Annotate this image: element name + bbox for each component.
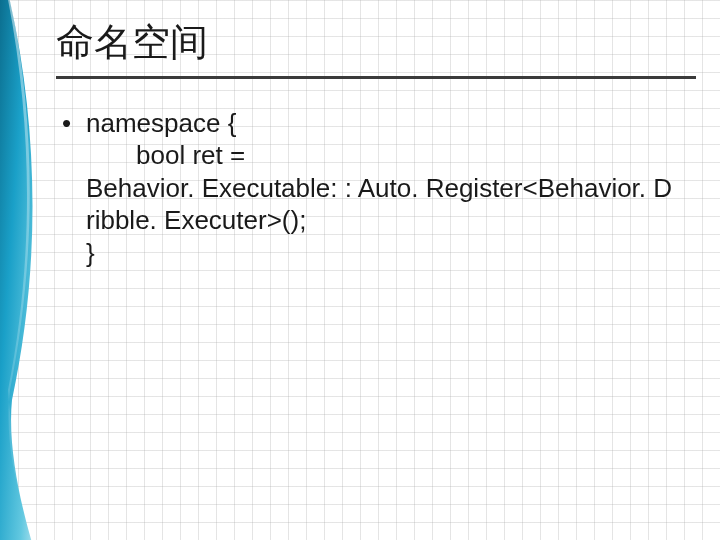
code-line: bool ret = — [86, 139, 696, 172]
bullet-item: namespace { bool ret = Behavior. Executa… — [86, 107, 696, 270]
code-line: ribble. Executer>(); — [86, 204, 696, 237]
code-line: } — [86, 237, 696, 270]
title-divider — [56, 76, 696, 79]
bullet-lead-text: namespace { — [86, 108, 236, 138]
left-accent-swoosh — [0, 0, 44, 540]
code-block: bool ret = Behavior. Executable: : Auto.… — [86, 139, 696, 269]
slide-title: 命名空间 — [56, 20, 696, 66]
code-line: Behavior. Executable: : Auto. Register<B… — [86, 172, 696, 205]
body-area: namespace { bool ret = Behavior. Executa… — [56, 107, 696, 270]
slide-content: 命名空间 namespace { bool ret = Behavior. Ex… — [56, 20, 696, 269]
